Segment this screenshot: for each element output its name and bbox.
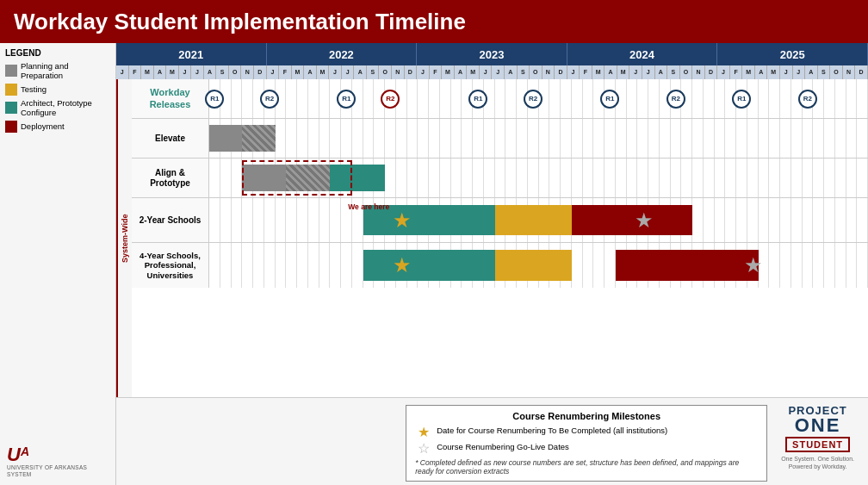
month-24: J xyxy=(417,65,430,79)
month-17: J xyxy=(329,65,342,79)
month-49: F xyxy=(730,65,743,79)
month-29: J xyxy=(480,65,493,79)
month-26: M xyxy=(442,65,455,79)
month-5: J xyxy=(179,65,192,79)
month-18: J xyxy=(342,65,355,79)
month-19: A xyxy=(354,65,367,79)
logo-left-area: UA UNIVERSITY OF ARKANSAS SYSTEM xyxy=(7,445,93,478)
white-star-marker-4year: ★ xyxy=(744,253,763,277)
white-star-marker-2year: ★ xyxy=(635,208,654,233)
month-46: N xyxy=(692,65,705,79)
month-27: A xyxy=(455,65,468,79)
gold-star-icon: ★ xyxy=(415,426,432,439)
elevate-chart xyxy=(209,119,868,158)
release-badge: R1 xyxy=(337,90,356,109)
bar-element xyxy=(495,205,572,236)
month-47: D xyxy=(705,65,718,79)
release-badge: R2 xyxy=(381,90,400,109)
month-44: S xyxy=(667,65,680,79)
month-2: M xyxy=(141,65,154,79)
month-3: A xyxy=(154,65,167,79)
release-badge: R2 xyxy=(666,90,685,109)
workday-releases-row: WorkdayReleases R1R2R1R2R1R2R1R2R1R2 xyxy=(132,79,868,119)
legend-label-architect: Architect, Prototype Configure xyxy=(21,98,110,118)
month-33: O xyxy=(530,65,542,79)
legend-color-testing xyxy=(5,84,17,96)
month-32: S xyxy=(518,65,530,79)
outline-star-icon: ☆ xyxy=(415,442,432,456)
bar-element xyxy=(242,125,275,152)
month-31: A xyxy=(505,65,518,79)
legend-color-deployment xyxy=(5,121,17,133)
bar-element xyxy=(363,250,495,281)
month-43: A xyxy=(655,65,668,79)
two-year-chart: We are here★★ xyxy=(209,198,868,242)
month-15: A xyxy=(304,65,317,79)
two-year-label: 2-Year Schools xyxy=(132,198,209,242)
timeline-panel: 20212022202320242025 JFMAMJJASONDJFMAMJJ… xyxy=(116,43,868,485)
month-28: M xyxy=(467,65,480,79)
year-2022: 2022 xyxy=(267,43,418,65)
gold-star-marker-4year: ★ xyxy=(393,253,412,277)
align-prototype-row: Align &Prototype xyxy=(132,159,868,198)
ua-subtext: UNIVERSITY OF ARKANSAS SYSTEM xyxy=(7,464,93,478)
milestone-gold-text: Date for Course Renumbering To Be Comple… xyxy=(437,426,667,436)
header-bar: Workday Student Implementation Timeline xyxy=(0,0,868,43)
elevate-row: Elevate xyxy=(132,119,868,159)
we-are-here-label: We are here xyxy=(348,202,389,211)
release-badge: R1 xyxy=(732,90,751,109)
month-10: N xyxy=(241,65,254,79)
month-12: J xyxy=(267,65,280,79)
month-55: A xyxy=(805,65,818,79)
month-7: A xyxy=(204,65,217,79)
four-year-chart: ★★ xyxy=(209,243,868,288)
month-16: M xyxy=(317,65,330,79)
month-41: J xyxy=(629,65,642,79)
four-year-label: 4-Year Schools,Professional,Universities xyxy=(132,243,209,288)
month-58: N xyxy=(843,65,856,79)
legend-label-planning: Planning and Preparation xyxy=(21,61,110,81)
month-34: N xyxy=(542,65,555,79)
month-14: M xyxy=(292,65,305,79)
milestone-title: Course Renumbering Milestones xyxy=(415,411,758,421)
month-6: J xyxy=(191,65,204,79)
month-22: N xyxy=(392,65,405,79)
month-37: F xyxy=(580,65,592,79)
month-13: F xyxy=(279,65,292,79)
student-text: STUDENT xyxy=(785,437,850,452)
month-9: O xyxy=(229,65,242,79)
month-45: O xyxy=(680,65,693,79)
month-50: M xyxy=(742,65,755,79)
legend-item-testing: Testing xyxy=(5,84,110,96)
month-51: A xyxy=(755,65,768,79)
bar-element xyxy=(616,250,759,281)
year-2025: 2025 xyxy=(717,43,868,65)
month-1: F xyxy=(129,65,142,79)
month-59: D xyxy=(855,65,868,79)
release-badge: R1 xyxy=(468,90,487,109)
month-20: S xyxy=(367,65,380,79)
legend-item-architect: Architect, Prototype Configure xyxy=(5,98,110,118)
page-title: Workday Student Implementation Timeline xyxy=(14,9,466,35)
release-badge: R2 xyxy=(798,90,817,109)
months-header: JFMAMJJASONDJFMAMJJASONDJFMAMJJASONDJFMA… xyxy=(116,65,868,79)
elevate-label: Elevate xyxy=(132,119,209,158)
ua-logo: UA xyxy=(7,445,93,464)
month-53: J xyxy=(780,65,793,79)
legend-title: LEGEND xyxy=(5,48,110,58)
month-35: D xyxy=(555,65,567,79)
logo-right-area: PROJECT ONE STUDENT One System. One Solu… xyxy=(774,401,861,474)
years-header: 20212022202320242025 xyxy=(116,43,868,65)
milestone-gold-row: ★ Date for Course Renumbering To Be Comp… xyxy=(415,426,758,439)
year-2023: 2023 xyxy=(417,43,567,65)
release-badge: R1 xyxy=(205,90,224,109)
bar-element xyxy=(495,250,572,281)
legend-label-deployment: Deployment xyxy=(21,121,65,131)
gantt-body: System-Wide WorkdayReleases R1R2R1R2R1R2… xyxy=(116,79,868,397)
month-52: M xyxy=(767,65,780,79)
month-39: A xyxy=(604,65,617,79)
release-badge: R1 xyxy=(600,90,619,109)
milestone-outline-text: Course Renumbering Go-Live Dates xyxy=(437,442,569,452)
legend-panel: LEGEND Planning and Preparation Testing … xyxy=(0,43,116,485)
legend-color-planning xyxy=(5,65,17,77)
